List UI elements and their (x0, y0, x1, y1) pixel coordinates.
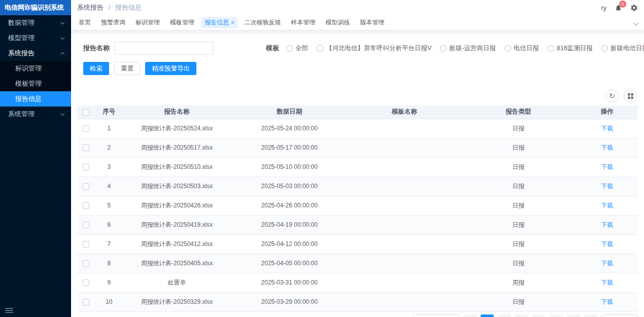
breadcrumb: 系统报告 / 报告信息 (77, 3, 142, 12)
page-size-select[interactable] (414, 314, 459, 317)
export-button[interactable]: 精准预警导出 (145, 62, 196, 75)
template-radio-option[interactable]: 新版电信日报 (601, 44, 644, 53)
reset-button[interactable]: 重置 (114, 62, 140, 75)
refresh-icon[interactable]: ↻ (605, 89, 619, 102)
template-radio-option[interactable]: 全部 (286, 44, 308, 53)
tab[interactable]: 模型训练 (322, 17, 353, 28)
pagination-jump-input[interactable] (601, 314, 638, 317)
cell-report-name: 处置单 (123, 273, 230, 292)
row-checkbox[interactable] (83, 145, 89, 151)
table-row: 4 周报统计表-20250503.xlsx 2025-05-03 00:00:0… (77, 177, 638, 196)
breadcrumb-parent[interactable]: 系统报告 (77, 4, 104, 11)
tab[interactable]: 报告信息× (201, 17, 238, 28)
cell-report-name: 周报统计表-20250510.xlsx (123, 157, 230, 177)
radio-label: 816监测日报 (557, 44, 593, 53)
pagination-next-button[interactable] (584, 314, 597, 317)
row-checkbox[interactable] (83, 202, 89, 209)
tab[interactable]: 标识管理 (132, 17, 163, 28)
row-checkbox[interactable] (83, 164, 89, 170)
pagination-prev-button[interactable] (463, 314, 477, 317)
table-row: 10 周报统计表-20250329.xlsx 2025-03-29 00:00:… (77, 292, 638, 311)
tab-close-icon[interactable]: × (231, 19, 234, 25)
pagination-page-button[interactable] (498, 314, 511, 317)
radio-icon (317, 45, 323, 52)
row-checkbox[interactable] (83, 260, 89, 267)
sidebar-item-system-management[interactable]: 系统管理 (0, 107, 71, 122)
grid-columns-icon[interactable] (624, 89, 637, 102)
sidebar-subitem-template-management[interactable]: 模板管理 (0, 76, 71, 91)
template-label: 模板 (266, 44, 279, 53)
row-checkbox[interactable] (83, 125, 89, 132)
pagination-page-button[interactable] (481, 314, 494, 317)
radio-label: 【河北电信】异常呼叫分析平台日报V (326, 44, 431, 53)
cell-index: 4 (94, 177, 123, 196)
template-radio-option[interactable]: 【河北电信】异常呼叫分析平台日报V (317, 44, 431, 53)
search-button[interactable]: 检索 (83, 62, 109, 75)
row-checkbox[interactable] (83, 299, 89, 305)
cell-report-type: 日报 (461, 196, 577, 215)
row-checkbox[interactable] (83, 241, 89, 248)
sidebar-subitem-label-management[interactable]: 标识管理 (0, 61, 71, 76)
tab[interactable]: 二次核验反馈 (241, 17, 284, 28)
cell-data-date: 2025-05-17 00:00:00 (230, 138, 349, 157)
hamburger-collapse-icon[interactable] (5, 307, 13, 314)
cell-report-name: 周报统计表-20250405.xlsx (123, 254, 230, 273)
settings-gear-icon[interactable] (630, 4, 638, 12)
pagination-page-button[interactable] (532, 314, 546, 317)
download-link[interactable]: 下载 (601, 202, 613, 209)
cell-report-type: 日报 (461, 177, 577, 196)
report-name-input[interactable] (115, 42, 213, 55)
cell-report-type: 日报 (461, 215, 577, 234)
sidebar-subitem-report-info[interactable]: 报告信息 (0, 91, 71, 107)
download-link[interactable]: 下载 (601, 240, 613, 248)
cell-index: 5 (94, 196, 123, 215)
notifications-button[interactable]: 0 (615, 4, 622, 12)
table-body: 1 周报统计表-20250524.xlsx 2025-05-24 00:00:0… (77, 119, 638, 311)
row-checkbox[interactable] (83, 222, 89, 228)
cell-data-date: 2025-04-19 00:00:00 (230, 215, 349, 234)
template-radio-option[interactable]: 电信日报 (504, 44, 539, 53)
tab[interactable]: 模板管理 (166, 17, 198, 28)
cell-index: 10 (94, 292, 123, 311)
sidebar-item-model-management[interactable]: 模型管理 (0, 30, 71, 46)
pagination-page-button[interactable] (515, 314, 528, 317)
download-link[interactable]: 下载 (601, 144, 613, 151)
pagination-page-button[interactable] (567, 314, 580, 317)
row-checkbox[interactable] (83, 183, 89, 190)
chevron-down-icon[interactable] (634, 21, 639, 26)
row-checkbox[interactable] (83, 279, 89, 286)
tabs-bar: 首页 预警查询 标识管理 模板管理 报告信息× 二次核验反馈 样本管理 模型训练… (71, 15, 644, 30)
cell-template-name (349, 234, 461, 254)
radio-icon (601, 45, 608, 52)
radio-icon (504, 45, 511, 52)
download-link[interactable]: 下载 (601, 279, 613, 286)
download-link[interactable]: 下载 (601, 163, 613, 170)
select-all-checkbox[interactable] (83, 109, 89, 116)
tab-label: 首页 (79, 19, 91, 26)
cell-template-name (349, 215, 461, 234)
cell-report-type: 日报 (461, 119, 577, 138)
username[interactable]: ry (601, 4, 606, 12)
download-link[interactable]: 下载 (601, 221, 613, 228)
report-name-label: 报告名称 (83, 44, 110, 53)
download-link[interactable]: 下载 (601, 298, 613, 305)
download-link[interactable]: 下载 (601, 183, 613, 190)
tab[interactable]: 版本管理 (356, 17, 388, 28)
tab[interactable]: 首页 (75, 17, 94, 28)
cell-index: 1 (94, 119, 123, 138)
column-header-index: 序号 (94, 105, 123, 119)
sidebar-item-system-report[interactable]: 系统报告 (0, 46, 71, 61)
template-radio-option[interactable]: 新版-运营商日报 (440, 44, 496, 53)
sidebar-item-data-management[interactable]: 数据管理 (0, 15, 71, 30)
download-link[interactable]: 下载 (601, 125, 613, 132)
notification-badge: 0 (619, 1, 626, 8)
pagination-page-button[interactable] (550, 314, 563, 317)
radio-icon (440, 45, 447, 52)
tab[interactable]: 样本管理 (287, 17, 319, 28)
cell-report-name: 周报统计表-20250517.xlsx (123, 138, 230, 157)
sidebar-item-label: 系统报告 (8, 49, 35, 58)
cell-data-date: 2025-03-29 00:00:00 (230, 292, 349, 311)
template-radio-option[interactable]: 816监测日报 (548, 44, 593, 53)
download-link[interactable]: 下载 (601, 260, 613, 267)
tab[interactable]: 预警查询 (97, 17, 129, 28)
